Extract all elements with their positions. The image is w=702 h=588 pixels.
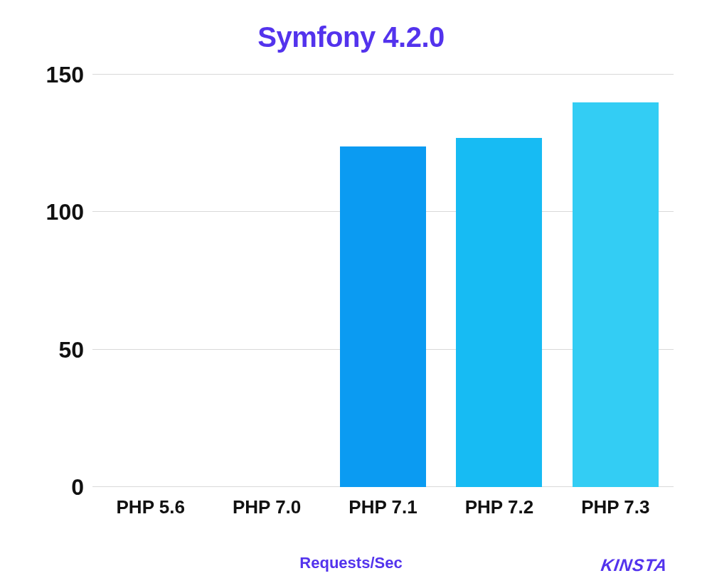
y-tick-label: 150 (46, 62, 84, 88)
bars-group (92, 75, 674, 487)
chart-title: Symfony 4.2.0 (28, 21, 674, 53)
y-tick-label: 100 (46, 199, 84, 225)
y-tick-label: 50 (58, 336, 84, 363)
plot-area: 050100150 PHP 5.6PHP 7.0PHP 7.1PHP 7.2PH… (28, 75, 674, 487)
y-tick-label: 0 (71, 474, 84, 501)
x-tick-label: PHP 7.1 (325, 496, 441, 518)
plot-inner (92, 75, 674, 487)
bar (573, 102, 659, 487)
x-axis-label: Requests/Sec (0, 554, 702, 572)
y-axis: 050100150 (28, 75, 92, 487)
chart-container: Symfony 4.2.0 050100150 PHP 5.6PHP 7.0PH… (0, 0, 702, 588)
bar (456, 138, 542, 487)
bar-slot (208, 75, 324, 487)
x-tick-label: PHP 5.6 (92, 496, 208, 518)
brand-logo: KINSTA (600, 555, 669, 575)
bar-slot (441, 75, 557, 487)
x-axis: PHP 5.6PHP 7.0PHP 7.1PHP 7.2PHP 7.3 (92, 496, 674, 518)
x-tick-label: PHP 7.3 (558, 496, 674, 518)
bar-slot (558, 75, 674, 487)
bar-slot (92, 75, 208, 487)
bar-slot (325, 75, 441, 487)
x-tick-label: PHP 7.2 (441, 496, 557, 518)
bar (340, 146, 426, 487)
x-tick-label: PHP 7.0 (208, 496, 324, 518)
